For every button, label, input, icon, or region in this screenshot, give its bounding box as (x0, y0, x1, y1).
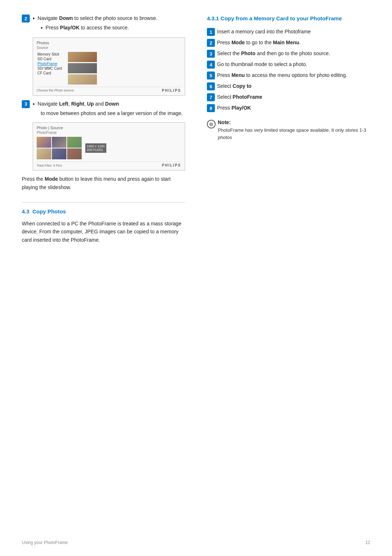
photo-strip-1 (68, 52, 97, 62)
step-text-7: Select PhotoFrame (217, 93, 370, 101)
step2-bullet2-text: Press Play/OK to access the source. (46, 24, 129, 32)
source-memory-stick: Memory Stick (37, 52, 66, 57)
source-sd-mmc: SD/ MMC Card (37, 66, 66, 71)
mockup1-title: Photos (37, 41, 181, 45)
thumb-2 (52, 137, 66, 148)
step2-section: 2 • Navigate Down to select the photo so… (22, 15, 185, 32)
mockup1-philips: PHILIPS (162, 89, 181, 93)
thumb-4 (37, 148, 51, 159)
mockup2-resolution: 1600 x 1200 (87, 144, 105, 148)
left-column: 2 • Navigate Down to select the photo so… (22, 15, 189, 249)
mockup1-content: Memory Stick SD Card PhotoFrame SD/ MMC … (37, 52, 181, 85)
photo-grid-mockup: Photo | Source PhotoFrame 1600 x 1200 20… (33, 122, 185, 171)
thumb-5 (52, 148, 66, 159)
mode-paragraph: Press the Mode button to leave this menu… (22, 175, 185, 191)
step2-bullet1: 2 • Navigate Down to select the photo so… (22, 15, 185, 23)
bullet-dot-3: • (33, 100, 35, 108)
right-steps-list: 1 Insert a memory card into the Photofra… (207, 28, 370, 112)
note-content: Note: PhotoFrame has very limited storag… (218, 119, 370, 141)
note-text: PhotoFrame has very limited storage spac… (218, 127, 370, 141)
mockup1-subtitle: Source (37, 46, 181, 50)
section-43-heading: 4.3 Copy Photos (22, 208, 185, 214)
source-sd-card: SD Card (37, 57, 66, 61)
mockup2-thumbnails (37, 137, 82, 159)
step-text-4: Go to thumbnail mode to select a photo. (217, 61, 370, 68)
step-badge-2: 2 (207, 39, 215, 47)
step-text-3: Select the Photo and then go to the phot… (217, 50, 370, 57)
step3-bullet1: 3 • Navigate Left, Right, Up and Down (22, 100, 185, 108)
mockup2-philips: PHILIPS (162, 163, 181, 167)
step-text-6: Select Copy to (217, 82, 370, 90)
mockup1-footer-text: Choose the Photo source: (37, 89, 74, 92)
thumb-1 (37, 137, 51, 148)
step-badge-8: 8 (207, 104, 215, 112)
mockup1-source-list: Memory Stick SD Card PhotoFrame SD/ MMC … (37, 52, 66, 85)
mockup2-content: 1600 x 1200 2007/12/01 (37, 137, 181, 159)
section-43-title: Copy Photos (32, 208, 66, 214)
right-step-1: 1 Insert a memory card into the Photofra… (207, 28, 370, 36)
step2-bullet2: • Press Play/OK to access the source. (22, 24, 185, 32)
right-step-3: 3 Select the Photo and then go to the ph… (207, 50, 370, 58)
bullet-dot-2: • (41, 24, 43, 32)
step-badge-3: 3 (207, 50, 215, 58)
section-43-number: 4.3 (22, 208, 29, 214)
note-icon: ⊜ (207, 120, 216, 128)
copy-photos-paragraph: When connected to a PC the PhotoFrame is… (22, 220, 185, 244)
step3-badge: 3 (22, 100, 30, 108)
right-step-5: 5 Press Menu to access the menu options … (207, 71, 370, 79)
step-badge-7: 7 (207, 93, 215, 101)
bullet-dot-1: • (33, 15, 35, 23)
mockup2-footer-text: Total Files: 9 Pics (37, 164, 62, 167)
footer-right: 12 (366, 540, 370, 545)
section-divider (22, 202, 185, 203)
step3-section: 3 • Navigate Left, Right, Up and Down to… (22, 100, 185, 117)
step2-bullet1-text: Navigate Down to select the photo source… (38, 15, 158, 22)
mockup1-photos (68, 52, 97, 85)
step-badge-1: 1 (207, 28, 215, 36)
section-431-title: Copy from a Memory Card to your PhotoFra… (221, 15, 342, 21)
step3-bullet2: to move between photos and see a larger … (22, 110, 185, 117)
source-mockup: Photos Source Memory Stick SD Card Photo… (33, 37, 185, 96)
step3-bullet2-text: to move between photos and see a larger … (41, 110, 183, 117)
footer-left: Using your PhotoFrame (22, 540, 68, 545)
source-cf-card: CF Card (37, 71, 66, 75)
step-badge-6: 6 (207, 82, 215, 90)
right-step-7: 7 Select PhotoFrame (207, 93, 370, 101)
thumb-6 (67, 148, 82, 159)
step-text-2: Press Mode to go to the Main Menu. (217, 39, 370, 46)
right-step-6: 6 Select Copy to (207, 82, 370, 90)
mockup2-date: 2007/12/01 (87, 148, 105, 152)
step-text-8: Press Play/OK (217, 104, 370, 112)
step2-badge: 2 (22, 15, 30, 23)
right-step-8: 8 Press Play/OK (207, 104, 370, 112)
section-431-number: 4.3.1 (207, 15, 219, 21)
photo-strip-3 (68, 74, 97, 85)
photo-strip-2 (68, 63, 97, 73)
step-text-1: Insert a memory card into the Photoframe (217, 28, 370, 36)
step3-bullet1-text: Navigate Left, Right, Up and Down (38, 100, 119, 108)
right-step-4: 4 Go to thumbnail mode to select a photo… (207, 61, 370, 69)
thumb-3 (67, 137, 82, 148)
note-section: ⊜ Note: PhotoFrame has very limited stor… (207, 119, 370, 141)
step-text-5: Press Menu to access the menu options fo… (217, 71, 370, 79)
step-badge-5: 5 (207, 71, 215, 79)
mockup2-footer: Total Files: 9 Pics PHILIPS (37, 162, 181, 167)
page-footer: Using your PhotoFrame 12 (22, 540, 370, 545)
right-step-2: 2 Press Mode to go to the Main Menu. (207, 39, 370, 47)
mockup1-footer: Choose the Photo source: PHILIPS (37, 87, 181, 93)
mockup2-subtitle: PhotoFrame (37, 131, 181, 135)
section-431-heading: 4.3.1 Copy from a Memory Card to your Ph… (207, 15, 370, 22)
source-photoframe: PhotoFrame (37, 61, 66, 66)
note-label: Note: (218, 119, 370, 125)
mockup2-info: 1600 x 1200 2007/12/01 (85, 143, 106, 153)
mockup2-title: Photo | Source (37, 126, 181, 130)
step-badge-4: 4 (207, 61, 215, 69)
right-column: 4.3.1 Copy from a Memory Card to your Ph… (203, 15, 370, 249)
